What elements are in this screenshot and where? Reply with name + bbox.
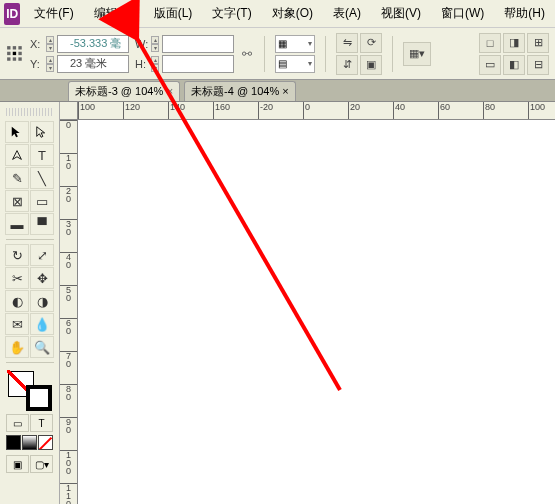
ruler-tick: 40 <box>60 252 77 269</box>
w-input[interactable] <box>162 35 234 53</box>
vertical-ruler[interactable]: 0102030405060708090100110 <box>60 120 78 504</box>
document-tabs: 未标题-3 @ 104% × 未标题-4 @ 104% × <box>0 80 555 102</box>
ruler-tick: 0 <box>60 120 77 129</box>
direct-selection-tool[interactable] <box>30 121 54 143</box>
w-spinner[interactable]: ▴▾ <box>151 36 159 52</box>
color-swatches[interactable] <box>8 371 52 411</box>
pen-tool[interactable] <box>5 144 29 166</box>
constrain-icon[interactable]: ⚯ <box>240 39 254 69</box>
zoom-tool[interactable]: 🔍 <box>30 336 54 358</box>
note-tool[interactable]: ✉ <box>5 313 29 335</box>
apply-gradient-button[interactable] <box>22 435 37 450</box>
position-group: X: ▴▾ Y: ▴▾ <box>30 35 129 73</box>
type-tool[interactable]: T <box>30 144 54 166</box>
tab-close-icon[interactable]: × <box>167 86 173 97</box>
divider <box>6 239 54 240</box>
menu-type[interactable]: 文字(T) <box>206 3 257 24</box>
menu-help[interactable]: 帮助(H) <box>498 3 551 24</box>
rectangle-frame-tool[interactable]: ⊠ <box>5 190 29 212</box>
svg-rect-0 <box>7 46 10 49</box>
ruler-origin[interactable] <box>60 102 78 120</box>
ruler-tick: 60 <box>438 102 450 119</box>
opt-btn-4[interactable]: ▭ <box>479 55 501 75</box>
distribute-dropdown[interactable]: ▤▾ <box>275 55 315 73</box>
rotate-tool[interactable]: ↻ <box>5 244 29 266</box>
opt-btn-2[interactable]: ◨ <box>503 33 525 53</box>
svg-rect-1 <box>13 46 16 49</box>
tab-doc-2[interactable]: 未标题-4 @ 104% × <box>184 81 296 101</box>
size-group: W: ▴▾ H: ▴▾ <box>135 35 234 73</box>
h-input[interactable] <box>162 55 234 73</box>
x-input[interactable] <box>57 35 129 53</box>
menu-edit[interactable]: 编辑(E) <box>88 3 140 24</box>
opt-btn-6[interactable]: ⊟ <box>527 55 549 75</box>
select-container-button[interactable]: ▣ <box>360 55 382 75</box>
hand-tool[interactable]: ✋ <box>5 336 29 358</box>
menu-window[interactable]: 窗口(W) <box>435 3 490 24</box>
opt-btn-3[interactable]: ⊞ <box>527 33 549 53</box>
horizontal-ruler[interactable]: 100120140160-20020406080100 <box>60 102 555 120</box>
reference-point-icon[interactable] <box>6 45 24 63</box>
toolbar-right: □ ◨ ⊞ ▭ ◧ ⊟ <box>479 33 549 75</box>
x-label: X: <box>30 38 44 50</box>
format-text-button[interactable]: T <box>30 414 53 432</box>
rectangle-tool[interactable]: ▭ <box>30 190 54 212</box>
divider <box>6 362 54 363</box>
eyedropper-tool[interactable]: 💧 <box>30 313 54 335</box>
line-tool[interactable]: ╲ <box>30 167 54 189</box>
svg-rect-2 <box>18 46 21 49</box>
stroke-swatch[interactable] <box>26 385 52 411</box>
effects-button[interactable]: ▦▾ <box>403 42 431 66</box>
rotate-button[interactable]: ⟳ <box>360 33 382 53</box>
svg-rect-4 <box>13 51 16 54</box>
preview-view-button[interactable]: ▢▾ <box>30 455 53 473</box>
gradient-tool[interactable]: ◐ <box>5 290 29 312</box>
svg-rect-7 <box>13 57 16 60</box>
tab-doc-1[interactable]: 未标题-3 @ 104% × <box>68 81 180 101</box>
y-input[interactable] <box>57 55 129 73</box>
w-label: W: <box>135 38 149 50</box>
x-spinner[interactable]: ▴▾ <box>46 36 54 52</box>
ruler-tick: 90 <box>60 417 77 434</box>
selection-tool[interactable] <box>5 121 29 143</box>
scale-tool[interactable]: ⤢ <box>30 244 54 266</box>
scissors-tool[interactable]: ✂ <box>5 267 29 289</box>
toolbox-handle[interactable] <box>6 108 54 116</box>
ruler-tick: 140 <box>168 102 185 119</box>
gradient-feather-tool[interactable]: ◑ <box>30 290 54 312</box>
menu-file[interactable]: 文件(F) <box>28 3 79 24</box>
opt-btn-5[interactable]: ◧ <box>503 55 525 75</box>
y-spinner[interactable]: ▴▾ <box>46 56 54 72</box>
h-spinner[interactable]: ▴▾ <box>151 56 159 72</box>
menu-object[interactable]: 对象(O) <box>266 3 319 24</box>
ruler-tick: 20 <box>60 186 77 203</box>
app-logo: ID <box>4 3 20 25</box>
opt-btn-1[interactable]: □ <box>479 33 501 53</box>
button-tool[interactable]: ▬ <box>5 213 29 235</box>
work-area: T ✎ ╲ ⊠ ▭ ▬ ▀ ↻ ⤢ ✂ ✥ ◐ ◑ ✉ 💧 ✋ 🔍 ▭ <box>0 102 555 504</box>
align-dropdown[interactable]: ▦▾ <box>275 35 315 53</box>
normal-view-button[interactable]: ▣ <box>6 455 29 473</box>
flip-h-button[interactable]: ⇋ <box>336 33 358 53</box>
ruler-tick: 50 <box>60 285 77 302</box>
canvas[interactable] <box>78 120 555 504</box>
apply-color-button[interactable] <box>6 435 21 450</box>
apply-none-button[interactable] <box>38 435 53 450</box>
svg-rect-8 <box>18 57 21 60</box>
ruler-tick: 120 <box>123 102 140 119</box>
ruler-tick: 60 <box>60 318 77 335</box>
transform-tool[interactable]: ▀ <box>30 213 54 235</box>
menu-layout[interactable]: 版面(L) <box>148 3 199 24</box>
ruler-tick: 100 <box>78 102 95 119</box>
ruler-tick: 160 <box>213 102 230 119</box>
ruler-tick: 100 <box>528 102 545 119</box>
pencil-tool[interactable]: ✎ <box>5 167 29 189</box>
ruler-tick: 80 <box>483 102 495 119</box>
flip-v-button[interactable]: ⇵ <box>336 55 358 75</box>
menu-table[interactable]: 表(A) <box>327 3 367 24</box>
ruler-tick: 0 <box>303 102 310 119</box>
free-transform-tool[interactable]: ✥ <box>30 267 54 289</box>
format-container-button[interactable]: ▭ <box>6 414 29 432</box>
svg-rect-5 <box>18 51 21 54</box>
menu-view[interactable]: 视图(V) <box>375 3 427 24</box>
